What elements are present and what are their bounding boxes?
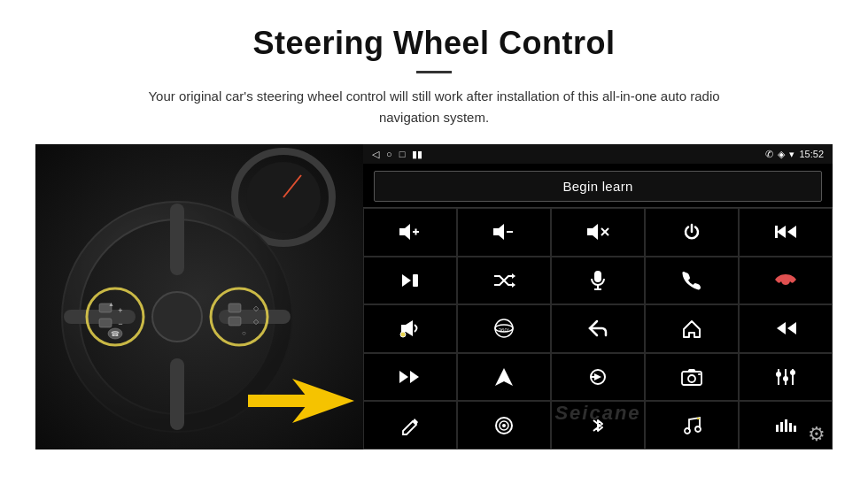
svg-marker-32 bbox=[587, 224, 598, 240]
status-bar: ◁ ○ □ ▮▮ ✆ ◈ ▾ 15:52 bbox=[363, 144, 833, 164]
svg-marker-30 bbox=[493, 224, 504, 240]
svg-marker-53 bbox=[410, 371, 419, 383]
begin-learn-row: Begin learn bbox=[363, 164, 833, 207]
svg-rect-37 bbox=[775, 226, 778, 238]
svg-text:−: − bbox=[118, 319, 122, 328]
ctrl-navigate[interactable] bbox=[457, 353, 551, 402]
svg-text:360°: 360° bbox=[499, 327, 510, 333]
svg-rect-39 bbox=[413, 274, 418, 287]
ctrl-music[interactable] bbox=[645, 401, 739, 449]
svg-point-46 bbox=[400, 332, 406, 337]
svg-marker-41 bbox=[512, 282, 515, 288]
status-left: ◁ ○ □ ▮▮ bbox=[372, 149, 422, 160]
svg-rect-76 bbox=[789, 423, 792, 432]
home-icon[interactable]: ○ bbox=[386, 149, 392, 159]
svg-text:☎: ☎ bbox=[111, 330, 120, 338]
page-wrapper: Steering Wheel Control Your original car… bbox=[0, 0, 868, 449]
svg-rect-77 bbox=[794, 426, 796, 432]
svg-rect-20 bbox=[229, 303, 241, 312]
ctrl-next[interactable] bbox=[363, 257, 457, 305]
page-title: Steering Wheel Control bbox=[35, 25, 833, 62]
svg-marker-36 bbox=[787, 226, 796, 238]
svg-marker-52 bbox=[399, 371, 408, 383]
svg-point-71 bbox=[695, 426, 701, 432]
ctrl-360[interactable]: 360° bbox=[457, 304, 551, 353]
title-divider bbox=[416, 71, 452, 73]
svg-rect-73 bbox=[776, 425, 779, 432]
svg-point-66 bbox=[790, 370, 795, 375]
svg-point-10 bbox=[152, 292, 202, 342]
ctrl-rewind[interactable] bbox=[739, 304, 833, 353]
svg-point-70 bbox=[685, 428, 690, 434]
wifi-status-icon: ▾ bbox=[789, 149, 794, 160]
svg-rect-74 bbox=[780, 422, 783, 432]
svg-marker-50 bbox=[777, 322, 786, 334]
ctrl-vol-up[interactable] bbox=[363, 208, 457, 257]
ctrl-prev-skip[interactable] bbox=[739, 208, 833, 257]
signal-icon: ▮▮ bbox=[412, 149, 422, 160]
ctrl-hang-up[interactable] bbox=[739, 257, 833, 305]
title-section: Steering Wheel Control Your original car… bbox=[35, 25, 833, 128]
ctrl-edit[interactable] bbox=[363, 401, 457, 449]
svg-rect-75 bbox=[785, 419, 787, 432]
ctrl-power[interactable] bbox=[645, 208, 739, 257]
svg-rect-26 bbox=[248, 395, 310, 407]
svg-text:◇: ◇ bbox=[253, 304, 260, 312]
ctrl-back[interactable] bbox=[551, 304, 645, 353]
steering-wheel-image: + − ☎ ▲ ◇ ◇ ○ bbox=[35, 144, 363, 449]
recents-icon[interactable]: □ bbox=[399, 149, 406, 159]
ctrl-fast-forward[interactable] bbox=[363, 353, 457, 402]
begin-learn-button[interactable]: Begin learn bbox=[374, 171, 822, 202]
location-status-icon: ◈ bbox=[778, 149, 785, 160]
svg-marker-38 bbox=[402, 274, 411, 287]
svg-marker-51 bbox=[787, 322, 796, 334]
ctrl-mic[interactable] bbox=[551, 257, 645, 305]
ctrl-camera[interactable] bbox=[645, 353, 739, 402]
controls-grid: 360° bbox=[363, 207, 833, 449]
svg-rect-42 bbox=[594, 271, 601, 282]
svg-text:◇: ◇ bbox=[253, 318, 260, 326]
ctrl-vol-down[interactable] bbox=[457, 208, 551, 257]
back-icon[interactable]: ◁ bbox=[372, 149, 379, 160]
status-right: ✆ ◈ ▾ 15:52 bbox=[765, 149, 824, 160]
svg-rect-72 bbox=[697, 418, 700, 419]
ctrl-shuffle[interactable] bbox=[457, 257, 551, 305]
content-row: + − ☎ ▲ ◇ ◇ ○ ◁ ○ bbox=[35, 144, 833, 449]
time-display: 15:52 bbox=[799, 149, 824, 159]
svg-point-58 bbox=[688, 375, 695, 382]
phone-status-icon: ✆ bbox=[765, 149, 773, 160]
svg-text:▲: ▲ bbox=[108, 301, 114, 307]
svg-marker-40 bbox=[512, 273, 515, 279]
ctrl-equalizer[interactable] bbox=[739, 353, 833, 402]
svg-rect-14 bbox=[99, 319, 112, 327]
svg-rect-59 bbox=[698, 373, 701, 375]
ctrl-phone[interactable] bbox=[645, 257, 739, 305]
svg-point-64 bbox=[776, 372, 781, 377]
svg-marker-35 bbox=[777, 226, 786, 238]
ctrl-switch[interactable] bbox=[551, 353, 645, 402]
svg-rect-21 bbox=[229, 317, 241, 326]
ctrl-home[interactable] bbox=[645, 304, 739, 353]
settings-icon[interactable]: ⚙ bbox=[808, 423, 825, 446]
svg-marker-54 bbox=[495, 368, 513, 386]
svg-text:○: ○ bbox=[242, 329, 246, 337]
svg-point-65 bbox=[783, 376, 788, 381]
subtitle: Your original car's steering wheel contr… bbox=[124, 86, 744, 128]
svg-point-69 bbox=[502, 424, 506, 427]
svg-text:+: + bbox=[118, 306, 122, 315]
ctrl-mute[interactable] bbox=[551, 208, 645, 257]
ctrl-record[interactable] bbox=[457, 401, 551, 449]
svg-marker-27 bbox=[399, 224, 410, 240]
ctrl-bluetooth[interactable] bbox=[551, 401, 645, 449]
android-screen: ◁ ○ □ ▮▮ ✆ ◈ ▾ 15:52 Begin learn bbox=[363, 144, 833, 449]
ctrl-horn[interactable] bbox=[363, 304, 457, 353]
